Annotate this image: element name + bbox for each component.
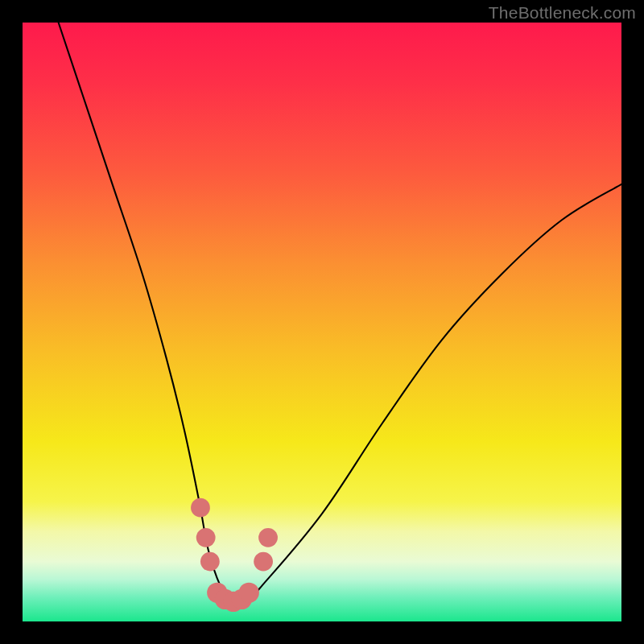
bottleneck-curve [59, 23, 621, 606]
chart-plot-area [23, 23, 621, 621]
watermark-text: TheBottleneck.com [489, 3, 636, 23]
curve-marker [239, 583, 259, 603]
chart-frame: TheBottleneck.com [0, 0, 644, 644]
curve-marker [200, 552, 220, 572]
curve-marker [191, 498, 210, 518]
curve-marker [258, 528, 278, 547]
curve-marker [196, 528, 216, 547]
marker-group [191, 498, 278, 612]
chart-svg [23, 23, 621, 621]
curve-marker [254, 552, 273, 572]
